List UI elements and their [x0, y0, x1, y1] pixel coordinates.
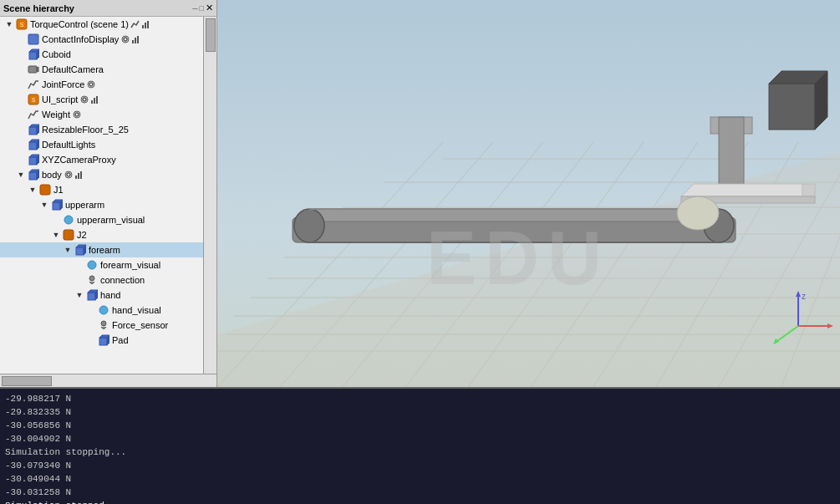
svg-rect-9: [135, 38, 136, 43]
tree-item-body[interactable]: ▼ body: [0, 167, 203, 182]
scene-hierarchy-titlebar: Scene hierarchy ─ □ ✕: [0, 0, 216, 17]
svg-rect-33: [29, 157, 37, 165]
svg-rect-27: [29, 127, 37, 135]
weight-label: Weight: [42, 109, 70, 120]
svg-rect-98: [769, 84, 815, 130]
tree-item-j1[interactable]: ▼ J1: [0, 182, 203, 197]
jointforce-icon: [27, 78, 40, 91]
tree-item-camera[interactable]: DefaultCamera: [0, 62, 203, 77]
sidebar-h-thumb[interactable]: [2, 376, 52, 386]
weight-icon: [27, 108, 40, 121]
maximize-icon[interactable]: □: [200, 4, 204, 13]
tree-item-pad[interactable]: Pad: [0, 333, 203, 348]
svg-rect-30: [29, 142, 37, 150]
expand-conn-icon: [74, 274, 85, 286]
upperarm-icon: [50, 198, 64, 211]
tree-item-floor[interactable]: ResizableFloor_5_25: [0, 122, 203, 137]
force-sensor-icon: [97, 318, 110, 332]
svg-rect-5: [28, 34, 38, 44]
j1-icon: [38, 183, 52, 196]
expand-hand-icon[interactable]: ▼: [74, 289, 85, 301]
svg-rect-2: [142, 25, 144, 28]
body-actions: [64, 170, 84, 180]
torque-actions: [130, 19, 151, 29]
tree-item-weight[interactable]: Weight: [0, 107, 203, 122]
console-panel: -29.988217 N -29.832335 N -30.056856 N -…: [0, 387, 840, 504]
tree-item-lights[interactable]: DefaultLights: [0, 137, 203, 152]
connection-label: connection: [100, 275, 145, 285]
tree-item-forearm[interactable]: ▼ forearm: [0, 242, 203, 257]
force-sensor-label: Force_sensor: [112, 320, 168, 330]
minimize-icon[interactable]: ─: [192, 4, 197, 13]
camera-label: DefaultCamera: [42, 64, 104, 74]
svg-rect-23: [94, 98, 95, 104]
expand-ua-icon[interactable]: ▼: [38, 199, 50, 211]
tree-item-forearm-visual[interactable]: forearm_visual: [0, 257, 203, 272]
camera-icon: [27, 63, 40, 76]
expand-w-icon: [15, 109, 27, 120]
xyzproxy-icon: [27, 153, 40, 166]
svg-rect-60: [99, 338, 107, 345]
svg-point-54: [89, 276, 94, 281]
svg-rect-10: [137, 36, 139, 43]
pad-label: Pad: [112, 335, 129, 345]
hand-visual-icon: [97, 303, 110, 317]
body-icon: [27, 168, 40, 181]
bars-icon: [141, 19, 151, 29]
tree-item-torque[interactable]: ▼ S TorqueControl (scene 1): [0, 17, 203, 32]
console-line-5: Simulation stopping...: [5, 445, 835, 459]
console-line-8: -30.031258 N: [5, 486, 835, 499]
gear5-icon: [64, 170, 74, 180]
tree-item-uiscript[interactable]: S UI_script: [0, 92, 203, 107]
scrollbar-thumb[interactable]: [206, 18, 216, 52]
tree-item-jointforce[interactable]: JointForce: [0, 77, 203, 92]
expand-torque-icon[interactable]: ▼: [3, 18, 15, 30]
tree-item-xyzproxy[interactable]: XYZCameraProxy: [0, 152, 203, 167]
tree-item-cuboid[interactable]: Cuboid: [0, 47, 203, 62]
torque-icon: S: [15, 18, 28, 31]
svg-point-40: [65, 171, 72, 178]
sidebar-scrollbar[interactable]: [203, 17, 216, 374]
tree-item-j2[interactable]: ▼ J2: [0, 227, 203, 242]
svg-rect-8: [132, 40, 134, 43]
floor-label: ResizableFloor_5_25: [42, 125, 129, 135]
sidebar-bottom-scrollbar[interactable]: [0, 374, 216, 387]
tree-item-connection[interactable]: connection: [0, 272, 203, 288]
tree-item-hand-visual[interactable]: hand_visual: [0, 303, 203, 318]
close-button[interactable]: ✕: [206, 3, 213, 13]
expand-lights-icon: [15, 139, 27, 150]
cuboid-label: Cuboid: [42, 49, 71, 59]
console-line-1: -29.988217 N: [5, 392, 835, 405]
tree-item-upperarm[interactable]: ▼ upperarm: [0, 197, 203, 212]
expand-fs-icon: [85, 319, 97, 331]
connection-icon: [85, 273, 99, 287]
expand-j2-icon[interactable]: ▼: [50, 229, 62, 241]
svg-point-20: [83, 98, 86, 101]
expand-uav-icon: [50, 214, 62, 226]
expand-camera-icon: [15, 64, 27, 75]
svg-marker-95: [802, 184, 815, 196]
svg-rect-42: [78, 173, 79, 179]
tree-item-contact[interactable]: ContactInfoDisplay: [0, 32, 203, 47]
expand-j1-icon[interactable]: ▼: [27, 184, 38, 196]
3d-viewport[interactable]: z EDU: [217, 0, 840, 387]
lights-label: DefaultLights: [42, 140, 95, 150]
expand-ui-icon: [15, 94, 27, 105]
expand-body-icon[interactable]: ▼: [15, 169, 27, 181]
svg-rect-3: [145, 23, 146, 28]
svg-rect-4: [147, 21, 149, 28]
tree-item-hand[interactable]: ▼ hand: [0, 288, 203, 303]
scene-svg: z EDU: [217, 0, 840, 387]
console-line-6: -30.079340 N: [5, 459, 835, 472]
tree-item-upperarm-visual[interactable]: upperarm_visual: [0, 212, 203, 227]
j2-icon: [62, 228, 75, 242]
ui-actions: [79, 94, 100, 104]
console-line-7: -30.049044 N: [5, 472, 835, 486]
tree-item-force-sensor[interactable]: Force_sensor: [0, 318, 203, 333]
expand-forearm-icon[interactable]: ▼: [62, 244, 74, 256]
expand-pad-icon: [85, 334, 97, 346]
expand-floor-icon: [15, 124, 27, 135]
console-line-9: Simulation stopped.: [5, 499, 835, 504]
svg-rect-55: [88, 293, 95, 300]
gear3-icon: [79, 94, 89, 104]
